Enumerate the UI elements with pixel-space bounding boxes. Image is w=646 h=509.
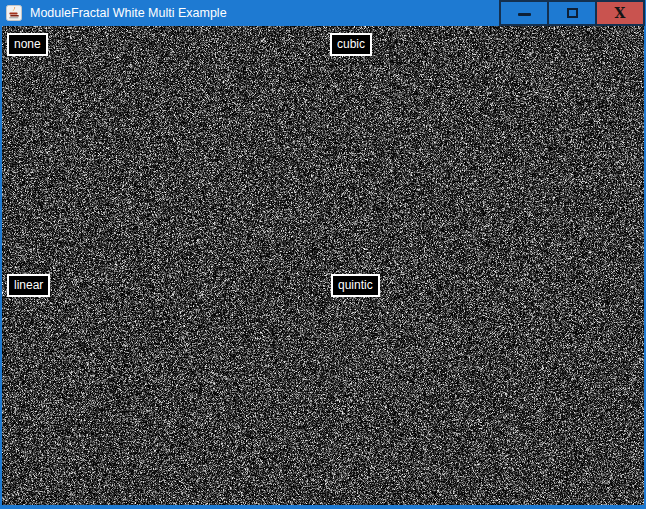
window-title: ModuleFractal White Multi Example — [30, 0, 227, 26]
close-button[interactable]: X — [597, 2, 643, 24]
java-coffee-cup-icon — [6, 5, 22, 21]
interp-label-cubic: cubic — [330, 33, 372, 56]
interp-label-quintic: quintic — [331, 274, 380, 297]
maximize-icon — [567, 8, 578, 18]
window-controls: X — [499, 0, 645, 26]
noise-viewport — [2, 26, 644, 505]
close-icon: X — [615, 6, 626, 20]
titlebar[interactable]: ModuleFractal White Multi Example X — [0, 0, 646, 26]
maximize-button[interactable] — [549, 2, 595, 24]
app-window: ModuleFractal White Multi Example X none… — [0, 0, 646, 509]
noise-canvas — [2, 26, 644, 505]
minimize-icon — [518, 13, 531, 16]
minimize-button[interactable] — [501, 2, 547, 24]
interp-label-none: none — [7, 33, 48, 56]
interp-label-linear: linear — [7, 274, 50, 297]
